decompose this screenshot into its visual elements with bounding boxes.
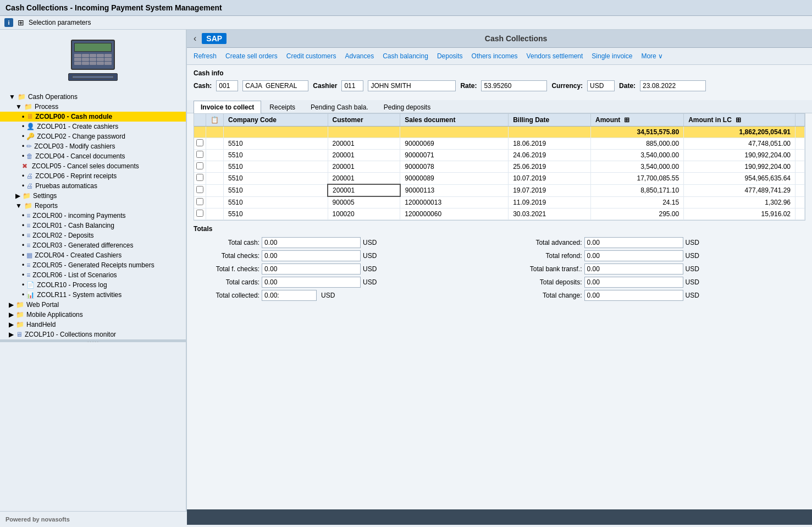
total-deposits-input[interactable] [584, 277, 683, 288]
tree-item-zcolr00[interactable]: • ≡ ZCOLR00 - incoming Payments [0, 211, 186, 221]
tree-cash-operations[interactable]: ▼ 📁 Cash Operations [0, 92, 186, 102]
tree-web-portal[interactable]: ▶ 📁 Web Portal [0, 300, 186, 310]
tree-item-zcolp06[interactable]: • 🖨 ZCOLP06 - Reprint receipts [0, 171, 186, 181]
tree-label-zcolp10: ZCOLP10 - Collections monitor [25, 331, 116, 338]
total-fchecks-input[interactable] [262, 264, 361, 275]
col-amount-lc[interactable]: Amount in LC ⊞ [684, 114, 796, 127]
row2-amount-lc: 190,992,204.00 [684, 150, 796, 161]
cashier-label: Cashier [313, 82, 337, 90]
tree-item-zcolr03[interactable]: • ≡ ZCOLR03 - Generated differences [0, 240, 186, 250]
tree-item-zcolr10[interactable]: • 📄 ZCOLR10 - Process log [0, 280, 186, 290]
invoice-tab-receipts[interactable]: Receipts [262, 101, 302, 113]
col-scrollbar [796, 114, 805, 127]
tree-item-zcolr11[interactable]: • 📊 ZCOLR11 - System activities [0, 290, 186, 300]
row3-checkbox[interactable] [194, 161, 206, 173]
expand-icon: ▶ [9, 301, 14, 309]
tree-item-zcolr02[interactable]: • ≡ ZCOLR02 - Deposits [0, 230, 186, 240]
tree-item-zcolr01[interactable]: • ≡ ZCOLR01 - Cash Balancing [0, 221, 186, 230]
cash-name-input[interactable] [242, 80, 308, 91]
tree-item-zcolr06[interactable]: • ≡ ZCOLR06 - List of Scenarios [0, 270, 186, 280]
tree-item-zcolp01[interactable]: • 👤 ZCOLP01 - Create cashiers [0, 122, 186, 131]
nav-tab-single-invoice[interactable]: Single invoice [592, 51, 632, 61]
tree-item-zcolp02[interactable]: • 🔑 ZCOLP02 - Change password [0, 131, 186, 141]
cash-register-image [0, 34, 186, 89]
tree-label-mobile-apps: Mobile Applications [26, 311, 83, 319]
row1-company: 5510 [224, 138, 328, 150]
nav-tab-deposits[interactable]: Deposits [437, 51, 463, 61]
cashier-name-input[interactable] [368, 80, 456, 91]
total-refond-row: Total refond: USD [505, 250, 806, 261]
row5-checkbox[interactable] [194, 184, 206, 196]
tree-item-zcolp05[interactable]: ✖ ZCOLP05 - Cancel seles documents [0, 161, 186, 171]
tree-item-zcolr05[interactable]: • ≡ ZCOLR05 - Generated Receipts numbers [0, 260, 186, 270]
total-cash-input[interactable] [262, 237, 361, 248]
tree-reports[interactable]: ▼ 📁 Reports [0, 201, 186, 211]
currency-input[interactable] [587, 80, 615, 91]
tree-label-zcolp02: ZCOLP02 - Change password [37, 133, 125, 140]
total-change-input[interactable] [584, 290, 683, 301]
nav-tab-credit-customers[interactable]: Credit customers [286, 51, 336, 61]
rate-input[interactable] [481, 80, 547, 91]
nav-tab-more[interactable]: More ∨ [641, 51, 663, 61]
nav-tab-cash-balancing[interactable]: Cash balancing [383, 51, 428, 61]
row6-amount-lc: 1,302.96 [684, 196, 796, 208]
invoice-tab-pending-cash[interactable]: Pending Cash bala. [303, 101, 375, 113]
row5-customer[interactable]: 200001 [328, 184, 400, 196]
row7-checkbox[interactable] [194, 208, 206, 220]
tree-item-zcolr04[interactable]: • ▦ ZCOLR04 - Created Cashiers [0, 250, 186, 260]
tree-label-zcolr00: ZCOLR00 - incoming Payments [32, 212, 125, 219]
col-billing-date: Billing Date [509, 114, 591, 127]
table-row: 5510 200001 90000078 25.06.2019 3,540,00… [194, 161, 805, 173]
total-advanced-row: Total advanced: USD [505, 237, 806, 248]
col-amount[interactable]: Amount ⊞ [590, 114, 683, 127]
invoice-tab-collect[interactable]: Invoice to collect [194, 101, 261, 113]
total-collected-input[interactable] [262, 290, 317, 301]
cashier-code-input[interactable] [341, 80, 363, 91]
row6-checkbox[interactable] [194, 196, 206, 208]
total-advanced-input[interactable] [584, 237, 683, 248]
back-button[interactable]: ‹ [194, 34, 196, 43]
nav-tab-create-sell-orders[interactable]: Create sell orders [225, 51, 278, 61]
bullet-icon: • [22, 123, 24, 130]
row4-checkbox[interactable] [194, 173, 206, 185]
total-banktransf-input[interactable] [584, 264, 683, 275]
tree-label-zcolp03: ZCOLP03 - Modify cashiers [34, 142, 115, 150]
total-cards-input[interactable] [262, 277, 361, 288]
nav-tab-refresh[interactable]: Refresh [194, 51, 217, 61]
grid-icon[interactable]: ⊞ [16, 18, 25, 27]
date-input[interactable] [640, 80, 706, 91]
tree-item-zcolp04[interactable]: • 🗑 ZCOLP04 - Cancel documents [0, 151, 186, 161]
total-checks-row: Total checks: USD [194, 250, 494, 261]
totals-right: Total advanced: USD Total refond: USD To… [505, 237, 806, 301]
tree-label-zcolr04: ZCOLR04 - Created Cashiers [35, 251, 121, 259]
row5-company: 5510 [224, 184, 328, 196]
cash-code-input[interactable] [216, 80, 238, 91]
tree-item-zcolp03[interactable]: • ✏ ZCOLP03 - Modify cashiers [0, 141, 186, 151]
nav-tab-advances[interactable]: Advances [345, 51, 374, 61]
nav-tab-vendors-settlement[interactable]: Vendors settlement [527, 51, 583, 61]
bullet-icon: • [22, 241, 24, 249]
total-advanced-label: Total advanced: [505, 239, 582, 246]
tree-handheld[interactable]: ▶ 📁 HandHeld [0, 320, 186, 330]
row2-checkbox[interactable] [194, 150, 206, 161]
tree-label-zcolp05: ZCOLP05 - Cancel seles documents [32, 162, 139, 170]
tree-label-reports: Reports [35, 202, 58, 210]
row1-checkbox[interactable] [194, 138, 206, 150]
info-icon[interactable]: i [4, 18, 13, 27]
total-banktransf-currency: USD [686, 265, 702, 273]
resize-handle[interactable]: · · · · · [0, 339, 186, 342]
total-checks-input[interactable] [262, 250, 361, 261]
tree-process[interactable]: ▼ 📁 Process [0, 102, 186, 112]
total-sales-doc [400, 127, 509, 138]
folder-icon: 📁 [18, 93, 26, 101]
tree-item-pruebas[interactable]: • 🖨 Pruebas automaticas [0, 181, 186, 191]
invoice-tab-peding-deposits[interactable]: Peding deposits [377, 101, 438, 113]
tree-item-zcolp00[interactable]: • 🖥 ZCOLP00 - Cash module [0, 112, 186, 122]
tree-settings[interactable]: ▶ 📁 Settings [0, 191, 186, 201]
nav-tab-others-incomes[interactable]: Others incomes [472, 51, 518, 61]
total-refond-input[interactable] [584, 250, 683, 261]
tree-mobile-apps[interactable]: ▶ 📁 Mobile Applications [0, 310, 186, 320]
right-panel: ‹ SAP Cash Collections Refresh Create se… [187, 30, 812, 525]
tree-item-zcolp10[interactable]: ▶ 🖥 ZCOLP10 - Collections monitor [0, 330, 186, 339]
totals-left: Total cash: USD Total checks: USD Total … [194, 237, 494, 301]
